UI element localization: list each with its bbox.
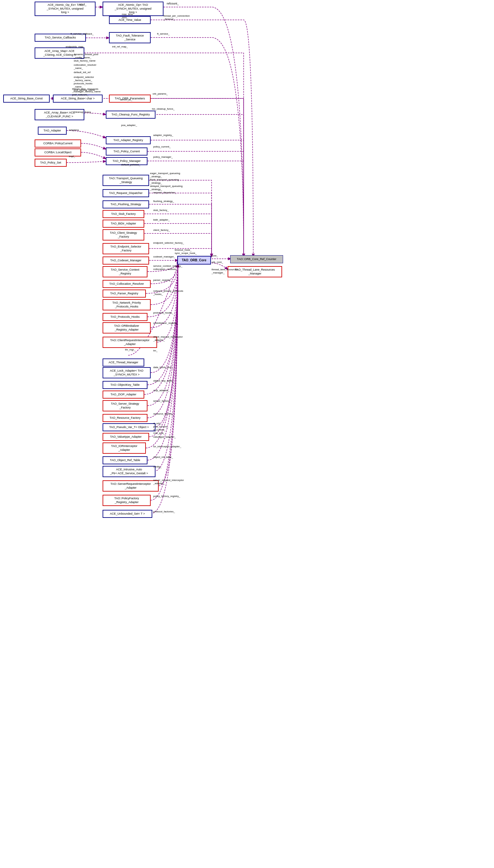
node-ace-atomic-op-tao: ACE_Atomic_Op< TAO_SYNCH_MUTEX, unsigned… bbox=[102, 2, 164, 16]
svg-text:service_context_registry_: service_context_registry_ bbox=[153, 265, 183, 267]
svg-text:codeset_manager_: codeset_manager_ bbox=[153, 255, 175, 258]
node-tao-orb-core: TAO_ORB_Core bbox=[177, 256, 211, 265]
node-tao-policy-current: TAO_Policy_Current bbox=[106, 148, 148, 155]
node-ace-atomic-op-ex: ACE_Atomic_Op_Ex< TAO _SYNCH_MUTEX, unsi… bbox=[35, 2, 96, 16]
svg-text:refcount_: refcount_ bbox=[167, 2, 179, 5]
svg-text:ior_interceptor_adapter_: ior_interceptor_adapter_ bbox=[153, 445, 182, 448]
node-corba-local-object: CORBA::LocalObject bbox=[35, 149, 81, 156]
diagram-container: ACE_Atomic_Op_Ex< TAO _SYNCH_MUTEX, unsi… bbox=[0, 0, 494, 868]
svg-text:poa_current_: poa_current_ bbox=[153, 425, 169, 428]
node-tao-thread-lane-resources-manager: TAO_Thread_Lane_Resources_Manager bbox=[228, 266, 282, 277]
node-tao-client-request-interceptor-adapter: TAO::ClientRequestInterceptor_Adapter bbox=[102, 337, 157, 348]
node-tao-service-callbacks: TAO_Service_Callbacks bbox=[35, 34, 86, 42]
node-tao-network-priority-protocols-hooks: TAO_Network_Priority_Protocols_Hooks bbox=[102, 299, 151, 310]
node-ace-intrusive-auto-ptr: ACE_Intrusive_Auto_Ptr< ACE_Service_Gest… bbox=[102, 466, 155, 477]
svg-text:client_request_interceptor: client_request_interceptor bbox=[153, 335, 183, 338]
svg-text:protocol_factories_: protocol_factories_ bbox=[153, 510, 175, 513]
svg-text:thr_mgr_: thr_mgr_ bbox=[125, 348, 136, 351]
svg-text:bidir_adapter_: bidir_adapter_ bbox=[153, 219, 170, 221]
node-ace-string-base-char: ACE_String_Base< char > bbox=[53, 95, 102, 102]
node-tao-object-ref-table: TAO_Object_Ref_Table bbox=[102, 456, 148, 464]
svg-text:timeout_hook_: timeout_hook_ bbox=[175, 248, 192, 251]
node-tao-ior-interceptor-adapter: TAO_IORInterceptor_Adapter bbox=[102, 442, 146, 454]
svg-text:adapter_registry_: adapter_registry_ bbox=[153, 134, 173, 137]
svg-text:resource_factory_: resource_factory_ bbox=[153, 412, 174, 415]
svg-text:stub_factory_: stub_factory_ bbox=[153, 209, 169, 212]
node-tao-cleanup-func-registry: TAO_Cleanup_Func_Registry bbox=[106, 111, 155, 119]
node-tao-policy-set: TAO_Policy_Set bbox=[35, 159, 67, 167]
node-tao-flushing-strategy: TAO_Flushing_Strategy bbox=[102, 201, 149, 208]
svg-text:_name_: _name_ bbox=[73, 85, 83, 88]
svg-text:network_priority_protocols: network_priority_protocols bbox=[153, 289, 183, 293]
svg-text:protocols_hooks: protocols_hooks bbox=[74, 82, 92, 85]
svg-text:parser_registry_: parser_registry_ bbox=[153, 279, 172, 282]
svg-text:core_: core_ bbox=[212, 254, 218, 257]
node-ace-time-value: ACE_Time_Value bbox=[109, 16, 151, 24]
svg-text:policy_current_: policy_current_ bbox=[153, 145, 171, 148]
node-ace-array-map: ACE_Array_Map< ACE_CString, ACE_CString … bbox=[35, 48, 84, 59]
svg-text:endpoint_selector_factory_: endpoint_selector_factory_ bbox=[153, 242, 184, 244]
svg-text:policy_manager_: policy_manager_ bbox=[153, 155, 173, 158]
svg-text:_manager_factory_name: _manager_factory_name bbox=[72, 90, 101, 93]
svg-text:object_key_table_: object_key_table_ bbox=[153, 379, 174, 382]
node-tao-bidir-adapter: TAO_BiDir_Adapter bbox=[102, 220, 144, 228]
node-tao-codeset-manager: TAO_Codeset_Manager bbox=[102, 257, 149, 265]
node-ace-lock-adapter: ACE_Lock_Adapter< TAO_SYNCH_MUTEX > bbox=[102, 367, 151, 378]
node-tao-transport-queueing-strategy: TAO::Transport_Queueing_Strategy bbox=[102, 175, 149, 186]
svg-text:data_block_lock_: data_block_lock_ bbox=[153, 366, 173, 369]
node-tao-ziop-adapter: TAO_ZIOP_Adapter bbox=[102, 391, 144, 399]
node-tao-adapter: TAO_Adapter bbox=[38, 127, 67, 135]
svg-text:tss_cleanup_funcs_: tss_cleanup_funcs_ bbox=[152, 108, 175, 110]
svg-text:collocation_resolver_: collocation_resolver_ bbox=[153, 268, 177, 271]
svg-text:default_init_ref: default_init_ref bbox=[74, 71, 91, 74]
svg-text:thread_lane_resources: thread_lane_resources bbox=[72, 88, 98, 90]
svg-text:eager_transport_queueing: eager_transport_queueing bbox=[150, 172, 180, 175]
svg-text:poa_adapter_: poa_adapter_ bbox=[121, 124, 137, 127]
svg-text:flushing_strategy_: flushing_strategy_ bbox=[153, 200, 174, 203]
node-tao-fault-tolerance-service: TAO_Fault_Tolerance_Service bbox=[109, 32, 151, 43]
svg-text:protocols_hooks_: protocols_hooks_ bbox=[153, 312, 173, 314]
svg-text:flush_transport_queueing: flush_transport_queueing bbox=[150, 178, 179, 181]
svg-text:thread_per_connection: thread_per_connection bbox=[164, 15, 190, 17]
node-tao-parser-registry: TAO_Parser_Registry bbox=[102, 289, 146, 298]
svg-text:stub_factory_name: stub_factory_name bbox=[74, 59, 96, 62]
arrows-svg bbox=[0, 0, 494, 868]
node-tao-endpoint-selector-factory: TAO_Endpoint_Selector_Factory bbox=[102, 243, 149, 254]
svg-text:adapters_: adapters_ bbox=[69, 129, 80, 131]
node-tao-orb-parameters: TAO_ORB_Parameters bbox=[109, 95, 151, 102]
svg-text:object_ref_table_: object_ref_table_ bbox=[153, 456, 173, 458]
svg-text:_hooks_: _hooks_ bbox=[153, 293, 163, 296]
svg-text:ft_service_: ft_service_ bbox=[157, 32, 170, 35]
node-tao-stub-factory: TAO_Stub_Factory bbox=[102, 210, 144, 218]
labels-svg: impl_ refcount_ max_time zero thread_per… bbox=[0, 0, 494, 868]
svg-text:orb_core_: orb_core_ bbox=[212, 261, 224, 264]
svg-text:_strategy_: _strategy_ bbox=[150, 188, 162, 191]
node-ace-array-base-cleanup: ACE_Array_Base< ACE_CLEANUP_FUNC > bbox=[35, 109, 84, 120]
svg-text:root_poa_: root_poa_ bbox=[153, 432, 165, 434]
node-tao-protocols-hooks: TAO_Protocols_Hooks bbox=[102, 313, 148, 321]
svg-text:init_ref_map_: init_ref_map_ bbox=[112, 45, 128, 48]
node-ace-thread-manager: ACE_Thread_Manager bbox=[102, 358, 144, 366]
svg-text:poa_factory_name: poa_factory_name bbox=[74, 89, 95, 91]
node-tao-policy-factory-registry-adapter: TAO::PolicyFactory_Registry_Adapter bbox=[102, 495, 151, 506]
node-tao-orb-core-ref-counter: TAO::ORB_Core_Ref_Counter bbox=[230, 255, 283, 263]
node-tao-request-dispatcher: TAO_Request_Dispatcher bbox=[102, 189, 149, 197]
svg-text:_factory_name_: _factory_name_ bbox=[73, 79, 92, 82]
node-tao-resource-factory: TAO_Resource_Factory bbox=[102, 414, 148, 422]
node-tao-collocation-resolver: TAO_Collocation_Resolver bbox=[102, 280, 151, 288]
node-tao-adapter-registry: TAO_Adapter_Registry bbox=[106, 136, 151, 144]
node-tao-policy-manager: TAO_Policy_Manager bbox=[106, 157, 148, 165]
node-tao-valuetype-adapter: TAO_Valuetype_Adapter bbox=[102, 433, 149, 441]
node-tao-client-strategy-factory: TAO_Client_Strategy_Factory bbox=[102, 229, 144, 241]
svg-text:ziop_adapter_: ziop_adapter_ bbox=[153, 389, 170, 392]
svg-text:request_dispatcher_: request_dispatcher_ bbox=[153, 191, 177, 194]
svg-text:_manager_: _manager_ bbox=[211, 271, 225, 274]
svg-text:client_factory_: client_factory_ bbox=[153, 229, 170, 231]
svg-text:_name_: _name_ bbox=[73, 67, 83, 70]
node-tao-pseudo-var-t: TAO_Pseudo_Var_T< Object > bbox=[102, 423, 155, 431]
svg-text:_strategy_: _strategy_ bbox=[150, 182, 162, 184]
svg-text:orbinitializer_registry_: orbinitializer_registry_ bbox=[153, 322, 178, 324]
node-tao-service-context-registry: TAO_Service_Context_Registry bbox=[102, 266, 148, 277]
svg-text:orb_params_: orb_params_ bbox=[153, 92, 168, 95]
svg-text:tm_: tm_ bbox=[153, 349, 158, 352]
